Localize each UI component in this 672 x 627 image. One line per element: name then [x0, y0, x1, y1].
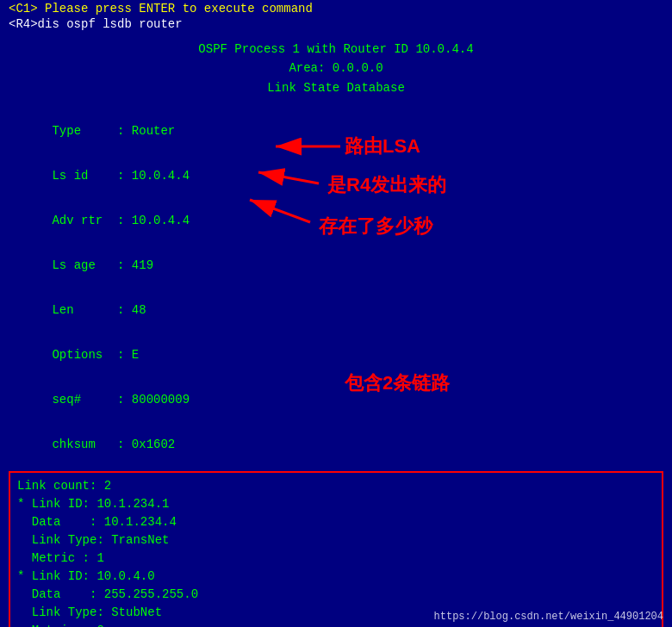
command-line: <R4>dis ospf lsdb router — [0, 17, 672, 31]
ospf-line2: Area: 0.0.0.0 — [0, 59, 672, 78]
annotation-lsa: 路由LSA — [345, 133, 420, 159]
top-bar: <C1> Please press ENTER to execute comma… — [0, 0, 672, 17]
link-row-4: * Link ID: 10.0.4.0 — [17, 568, 655, 586]
field-type: Type : Router — [9, 109, 663, 153]
ospf-header: OSPF Process 1 with Router ID 10.0.4.4 A… — [0, 40, 672, 97]
command-text: <R4>dis ospf lsdb router — [9, 17, 183, 31]
field-advrtr-label: Adv rtr — [52, 214, 117, 227]
annotation-r4: 是R4发出来的 — [327, 172, 446, 198]
field-options-value: : E — [117, 348, 139, 362]
link-row-7: Metric : 0 — [17, 622, 655, 627]
field-lsid-value: : 10.0.4.4 — [117, 169, 190, 183]
link-box: Link count: 2 * Link ID: 10.1.234.1 Data… — [9, 471, 663, 627]
annotation-links: 包含2条链路 — [345, 370, 450, 396]
link-header: Link count: 2 — [17, 477, 655, 495]
field-lsage-value: : 419 — [117, 258, 153, 272]
link-row-1: Data : 10.1.234.4 — [17, 513, 655, 531]
link-row-0: * Link ID: 10.1.234.1 — [17, 495, 655, 513]
top-bar-text: <C1> Please press ENTER to execute comma… — [9, 2, 313, 16]
link-row-5: Data : 255.255.255.0 — [17, 586, 655, 604]
field-chksum: chksum : 0x1602 — [9, 422, 663, 467]
link-row-3: Metric : 1 — [17, 549, 655, 568]
field-seq: seq# : 80000009 — [9, 377, 663, 422]
field-chksum-value: : 0x1602 — [117, 438, 175, 451]
field-lsid-label: Ls id — [52, 169, 117, 183]
field-options: Options : E — [9, 332, 663, 377]
field-options-label: Options — [52, 348, 117, 362]
ospf-fields: Type : Router Ls id : 10.0.4.4 Adv rtr :… — [0, 109, 672, 467]
field-type-label: Type — [52, 124, 117, 138]
field-chksum-label: chksum — [52, 438, 117, 451]
ospf-line3: Link State Database — [0, 78, 672, 97]
link-row-2: Link Type: TransNet — [17, 531, 655, 549]
field-len: Len : 48 — [9, 288, 663, 332]
field-lsage-label: Ls age — [52, 258, 117, 272]
field-len-label: Len — [52, 303, 117, 317]
watermark: https://blog.csdn.net/weixin_44901204 — [434, 611, 663, 623]
field-len-value: : 48 — [117, 303, 146, 317]
annotation-seconds: 存在了多少秒 — [319, 214, 432, 239]
terminal: <C1> Please press ENTER to execute comma… — [0, 0, 672, 627]
field-lsage: Ls age : 419 — [9, 243, 663, 288]
field-seq-label: seq# — [52, 393, 117, 407]
field-type-value: : Router — [117, 124, 175, 138]
ospf-line1: OSPF Process 1 with Router ID 10.0.4.4 — [0, 40, 672, 59]
field-advrtr-value: : 10.0.4.4 — [117, 214, 190, 227]
field-seq-value: : 80000009 — [117, 393, 190, 407]
